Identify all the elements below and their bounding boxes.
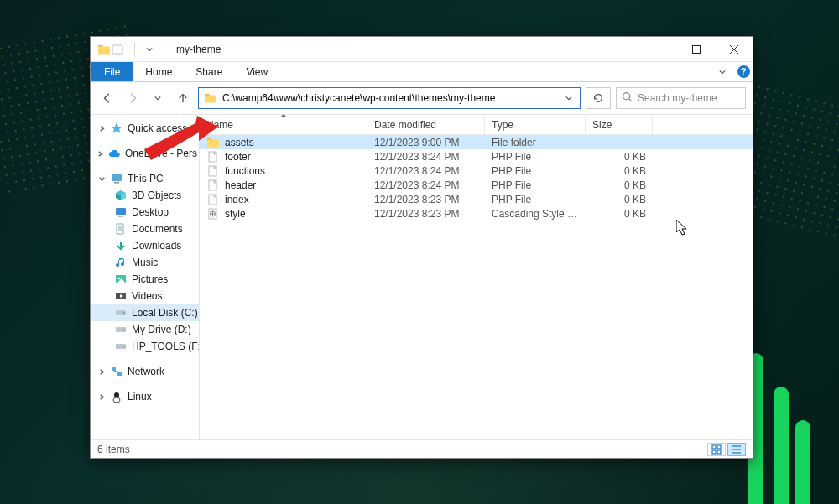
file-size: 0 KB xyxy=(586,194,653,205)
network-icon xyxy=(110,365,123,378)
minimize-button[interactable] xyxy=(639,37,677,62)
search-box[interactable] xyxy=(616,87,746,109)
ribbon-expand-icon[interactable] xyxy=(711,62,734,81)
nav-quick-access[interactable]: Quick access xyxy=(91,120,199,137)
linux-icon xyxy=(110,390,123,403)
qat-placeholder-icon[interactable] xyxy=(111,43,124,56)
file-name: index xyxy=(225,194,249,205)
file-row[interactable]: assets12/1/2023 9:00 PMFile folder xyxy=(200,135,753,149)
nav-linux[interactable]: Linux xyxy=(91,388,199,405)
nav-child-item[interactable]: My Drive (D:) xyxy=(91,321,199,338)
nav-child-item[interactable]: Documents xyxy=(91,221,199,237)
nav-label: Linux xyxy=(128,391,152,403)
maximize-button[interactable] xyxy=(677,37,715,62)
nav-child-item[interactable]: Local Disk (C:) xyxy=(91,304,199,321)
file-size: 0 KB xyxy=(586,208,653,220)
nav-network[interactable]: Network xyxy=(91,363,199,380)
view-details-button[interactable] xyxy=(727,443,746,456)
desktop-icon xyxy=(114,205,128,219)
view-large-icons-button[interactable] xyxy=(707,443,726,456)
nav-child-item[interactable]: Videos xyxy=(91,288,199,304)
svg-rect-48 xyxy=(712,450,716,454)
expand-icon[interactable] xyxy=(97,126,106,132)
search-icon xyxy=(622,91,633,105)
file-type: PHP File xyxy=(485,179,586,191)
svg-rect-6 xyxy=(205,96,216,103)
ribbon-tab-home[interactable]: Home xyxy=(133,62,184,81)
file-date: 12/1/2023 8:24 PM xyxy=(367,151,485,163)
close-button[interactable] xyxy=(715,37,753,62)
collapse-icon[interactable] xyxy=(97,176,106,182)
file-type: File folder xyxy=(485,137,586,148)
forward-button[interactable] xyxy=(122,88,143,108)
ribbon-tab-view[interactable]: View xyxy=(234,62,279,81)
column-date[interactable]: Date modified xyxy=(367,115,485,134)
svg-point-31 xyxy=(123,346,125,347)
pc-icon xyxy=(110,172,123,185)
file-rows[interactable]: assets12/1/2023 9:00 PMFile folderfooter… xyxy=(200,135,753,439)
expand-icon[interactable] xyxy=(97,151,103,157)
file-type: PHP File xyxy=(485,151,586,163)
nav-this-pc[interactable]: This PC xyxy=(91,170,199,187)
svg-rect-16 xyxy=(118,216,123,217)
file-size: 0 KB xyxy=(586,165,653,177)
nav-child-item[interactable]: Downloads xyxy=(91,237,199,254)
svg-marker-9 xyxy=(111,122,122,133)
file-date: 12/1/2023 8:23 PM xyxy=(367,208,485,220)
address-bar-row xyxy=(91,82,753,114)
svg-rect-46 xyxy=(712,445,716,449)
file-row[interactable]: style12/1/2023 8:23 PMCascading Style S.… xyxy=(200,206,753,221)
address-history-icon[interactable] xyxy=(561,92,576,104)
nav-onedrive[interactable]: OneDrive - Pers xyxy=(91,145,199,162)
expand-icon[interactable] xyxy=(97,394,106,400)
drive-icon xyxy=(114,340,128,353)
help-button[interactable]: ? xyxy=(734,62,753,81)
file-size: 0 KB xyxy=(586,179,653,191)
search-input[interactable] xyxy=(638,92,763,104)
ribbon-file-tab[interactable]: File xyxy=(91,62,133,81)
nav-child-item[interactable]: Desktop xyxy=(91,204,199,221)
nav-child-item[interactable]: Pictures xyxy=(91,271,199,288)
file-type: Cascading Style S... xyxy=(485,208,586,220)
nav-child-item[interactable]: Music xyxy=(91,254,199,271)
back-button[interactable] xyxy=(97,88,117,108)
refresh-button[interactable] xyxy=(586,87,611,109)
title-bar[interactable]: my-theme xyxy=(91,37,753,62)
file-row[interactable]: header12/1/2023 8:24 PMPHP File0 KB xyxy=(200,178,753,192)
nav-label: Network xyxy=(128,366,164,377)
up-button[interactable] xyxy=(173,88,193,108)
column-type[interactable]: Type xyxy=(485,115,586,134)
file-row[interactable]: functions12/1/2023 8:24 PMPHP File0 KB xyxy=(200,164,753,178)
svg-rect-47 xyxy=(717,445,721,449)
window-title: my-theme xyxy=(176,44,221,55)
file-row[interactable]: index12/1/2023 8:23 PMPHP File0 KB xyxy=(200,192,753,206)
column-name[interactable]: Name xyxy=(200,115,367,134)
recent-locations-button[interactable] xyxy=(148,88,168,108)
nav-child-item[interactable]: 3D Objects xyxy=(91,187,199,204)
separator xyxy=(134,42,135,57)
svg-point-27 xyxy=(123,312,125,314)
svg-line-8 xyxy=(629,99,632,101)
css-icon xyxy=(206,207,220,221)
column-size[interactable]: Size xyxy=(586,115,653,134)
nav-label: Videos xyxy=(132,290,162,302)
address-input[interactable] xyxy=(222,92,556,104)
ribbon-tab-share[interactable]: Share xyxy=(184,62,234,81)
nav-child-item[interactable]: HP_TOOLS (F:) xyxy=(91,338,199,355)
separator xyxy=(164,42,164,57)
php-icon xyxy=(206,164,220,178)
svg-rect-10 xyxy=(112,174,122,181)
file-date: 12/1/2023 8:24 PM xyxy=(367,179,485,191)
php-icon xyxy=(206,150,220,164)
address-bar[interactable] xyxy=(198,87,581,109)
svg-rect-11 xyxy=(114,182,119,184)
svg-rect-37 xyxy=(207,139,219,147)
file-name: style xyxy=(225,208,246,220)
column-label: Size xyxy=(592,119,612,131)
nav-label: Pictures xyxy=(132,273,168,285)
file-row[interactable]: footer12/1/2023 8:24 PMPHP File0 KB xyxy=(200,149,753,164)
svg-rect-49 xyxy=(717,450,721,454)
expand-icon[interactable] xyxy=(97,369,106,375)
navigation-pane[interactable]: Quick access OneDrive - Pers This PC 3D … xyxy=(91,115,200,439)
qat-dropdown-icon[interactable] xyxy=(145,45,154,54)
